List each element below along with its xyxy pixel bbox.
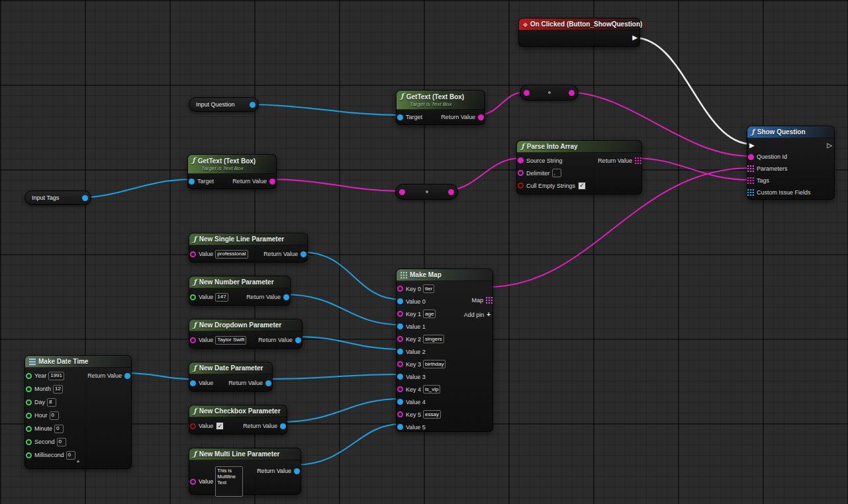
key-0-pin[interactable] (397, 286, 403, 292)
target-pin[interactable] (189, 179, 195, 185)
delimiter-input[interactable]: , (552, 169, 561, 177)
year-pin[interactable] (26, 373, 32, 379)
value-5-pin[interactable] (397, 424, 403, 430)
parameters-map-pin[interactable] (747, 165, 754, 172)
wire-exec-onclicked-to-showquestion[interactable] (634, 38, 752, 144)
value-multiline-input[interactable]: This is Multiline Text (215, 466, 243, 497)
value-4-pin[interactable] (397, 399, 403, 405)
day-input[interactable]: 8 (47, 398, 56, 407)
node-new-single-line-parameter[interactable]: ƒ New Single Line Parameter Valueprofess… (189, 233, 308, 263)
year-input[interactable]: 1991 (48, 372, 64, 380)
variable-out-pin[interactable] (250, 102, 256, 108)
minute-pin[interactable] (26, 426, 32, 432)
key-3-pin[interactable] (397, 361, 403, 367)
question-id-pin[interactable] (748, 154, 754, 160)
value-input[interactable]: 147 (215, 293, 228, 302)
key-2-pin[interactable] (397, 336, 403, 342)
day-pin[interactable] (26, 399, 32, 405)
return-value-pin[interactable] (280, 423, 286, 429)
target-pin[interactable] (397, 114, 403, 120)
hour-input[interactable]: 0 (50, 411, 59, 420)
value-pin[interactable] (190, 337, 196, 343)
cull-empty-strings-pin[interactable] (518, 183, 524, 189)
key-4-input[interactable]: is_vip (423, 385, 440, 394)
add-pin-icon[interactable]: + (487, 311, 491, 318)
node-gettext-tags[interactable]: ƒ GetText (Text Box) Target is Text Box … (187, 154, 277, 189)
return-value-pin[interactable] (124, 373, 130, 379)
key-1-pin[interactable] (397, 311, 403, 317)
return-value-pin[interactable] (269, 179, 275, 185)
tags-array-pin[interactable] (747, 177, 754, 184)
key-5-input[interactable]: essay (423, 410, 441, 419)
exec-out-pin[interactable]: ▶ (632, 34, 637, 41)
reroute-node-tags[interactable] (395, 184, 458, 200)
node-new-date-parameter[interactable]: ƒ New Date Parameter Value Return Value (189, 362, 273, 392)
wire-inputtags-to-gettext[interactable] (79, 179, 192, 198)
value-pin[interactable] (190, 294, 196, 300)
node-new-dropdown-parameter[interactable]: ƒ New Dropdown Parameter ValueTaylor Swi… (189, 319, 303, 349)
value-2-pin[interactable] (397, 349, 403, 355)
custom-issue-fields-pin[interactable] (747, 189, 754, 196)
second-input[interactable]: 0 (57, 438, 66, 446)
node-variable-input-tags[interactable]: Input Tags (24, 190, 91, 205)
key-4-pin[interactable] (397, 386, 403, 392)
key-0-input[interactable]: tier (423, 284, 434, 293)
key-2-input[interactable]: singers (423, 335, 444, 343)
node-new-number-parameter[interactable]: ƒ New Number Parameter Value147 Return V… (189, 276, 291, 306)
key-3-input[interactable]: birthday (423, 360, 446, 368)
source-string-pin[interactable] (518, 157, 524, 163)
collapse-arrow-icon[interactable]: ▲ (76, 458, 81, 464)
wire-dateparam-to-value3[interactable] (266, 374, 401, 379)
value-pin[interactable] (190, 380, 196, 386)
return-value-pin[interactable] (294, 468, 300, 474)
value-input[interactable]: professional (215, 250, 248, 259)
node-gettext-question[interactable]: ƒ GetText (Text Box) Target is Text Box … (396, 90, 485, 125)
reroute-out-pin[interactable] (448, 189, 454, 195)
value-pin[interactable] (190, 251, 196, 257)
month-pin[interactable] (26, 386, 32, 392)
map-output-pin[interactable] (486, 297, 493, 304)
value-1-pin[interactable] (397, 323, 403, 329)
wire-multiline-to-value5[interactable] (295, 424, 401, 465)
blueprint-graph-canvas[interactable]: ◆ On Clicked (Button_ShowQuestion) ▶ ƒ G… (0, 0, 848, 504)
return-value-pin[interactable] (265, 380, 271, 386)
minute-input[interactable]: 0 (54, 425, 64, 433)
hour-pin[interactable] (26, 413, 32, 419)
node-on-clicked-event[interactable]: ◆ On Clicked (Button_ShowQuestion) ▶ (518, 18, 640, 47)
wire-inputquestion-to-gettext[interactable] (247, 105, 402, 115)
node-parse-into-array[interactable]: ƒ Parse Into Array Source String Return … (516, 140, 642, 194)
millisecond-input[interactable]: 0 (66, 451, 75, 460)
return-value-pin[interactable] (478, 114, 484, 120)
delimiter-pin[interactable] (518, 170, 524, 176)
node-new-multi-line-parameter[interactable]: ƒ New Multi Line Parameter Value This is… (189, 448, 301, 495)
value-pin[interactable] (190, 479, 196, 485)
value-checkbox[interactable]: ✓ (216, 422, 224, 430)
wire-makedatetime-to-dateparam[interactable] (126, 373, 193, 379)
node-new-checkbox-parameter[interactable]: ƒ New Checkbox Parameter Value✓ Return V… (189, 405, 287, 435)
array-return-pin[interactable] (635, 157, 641, 164)
reroute-in-pin[interactable] (399, 189, 405, 195)
reroute-out-pin[interactable] (569, 90, 575, 96)
wire-checkbox-to-value4[interactable] (281, 399, 401, 422)
key-5-pin[interactable] (397, 411, 403, 417)
month-input[interactable]: 12 (53, 385, 63, 394)
node-variable-input-question[interactable]: Input Question (189, 97, 259, 112)
cull-empty-strings-checkbox[interactable]: ✓ (578, 182, 586, 190)
value-3-pin[interactable] (397, 374, 403, 380)
node-make-date-time[interactable]: Make Date Time Year1991 Return Value Mon… (24, 355, 132, 469)
value-0-pin[interactable] (397, 298, 403, 304)
node-make-map[interactable]: Make Map Key 0tier Value 0 Key 1age Valu… (396, 269, 493, 432)
reroute-node-question[interactable] (520, 85, 579, 101)
wire-singleline-to-value0[interactable] (301, 252, 401, 300)
return-value-pin[interactable] (295, 337, 301, 343)
wire-dropdown-to-value2[interactable] (297, 337, 401, 349)
exec-in-pin[interactable]: ▶ (749, 142, 755, 149)
return-value-pin[interactable] (283, 294, 289, 300)
variable-out-pin[interactable] (82, 195, 88, 201)
exec-out-pin[interactable]: ▷ (827, 142, 832, 149)
return-value-pin[interactable] (301, 251, 306, 257)
add-pin-row[interactable]: Add pin + (433, 308, 493, 321)
value-pin[interactable] (190, 423, 196, 429)
second-pin[interactable] (26, 439, 32, 445)
wire-gettext-to-reroute2[interactable] (270, 179, 401, 191)
